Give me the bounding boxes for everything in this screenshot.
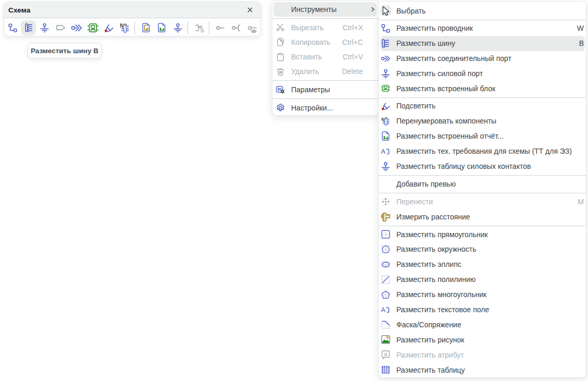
svg-text:A: A: [381, 148, 386, 155]
svg-text:N: N: [120, 22, 124, 29]
svg-text:A: A: [381, 306, 386, 314]
svg-text:S: S: [200, 27, 204, 33]
svg-text:N: N: [381, 117, 385, 122]
svg-text:a: a: [384, 351, 387, 357]
